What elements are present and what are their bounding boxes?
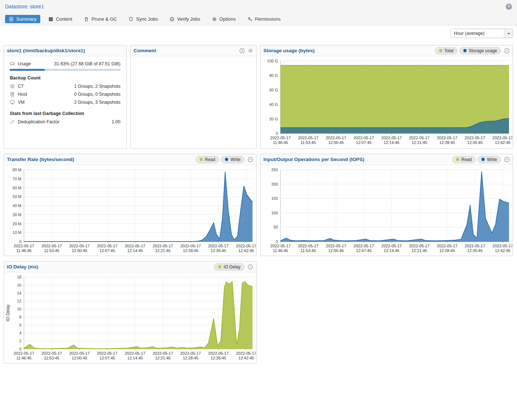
collapse-icon[interactable] [504,157,510,162]
svg-text:100 G: 100 G [267,59,278,63]
svg-text:12:35:45: 12:35:45 [211,248,226,253]
svg-text:2022-05-17: 2022-05-17 [381,136,402,140]
svg-text:2022-05-17: 2022-05-17 [14,351,34,355]
legend-read[interactable]: Read [196,156,219,163]
help-icon[interactable]: ? [506,4,512,10]
tab-summary[interactable]: Summary [5,15,40,23]
legend-dot [463,49,467,52]
svg-text:2022-05-17: 2022-05-17 [180,351,201,355]
svg-text:12:21:45: 12:21:45 [155,248,171,253]
svg-text:12:42:45: 12:42:45 [238,248,254,253]
svg-text:2022-05-17: 2022-05-17 [437,136,457,140]
svg-text:12:35:45: 12:35:45 [211,356,226,360]
svg-text:10: 10 [17,307,21,311]
svg-text:2022-05-17: 2022-05-17 [69,244,90,248]
host-row: Host 0 Groups, 0 Snapshots [10,90,120,98]
content-grid-icon [48,17,53,22]
top-bar: Datastore: store1 ? [0,0,517,13]
svg-text:2022-05-17: 2022-05-17 [492,136,512,140]
check-circle-icon [169,17,175,22]
panel-header: store1 (/mnt/backup/disk1/store1) [4,45,126,56]
tab-options[interactable]: Options [208,15,239,23]
svg-text:16: 16 [17,283,21,287]
legend-dot [218,265,221,268]
panel-header: Input/Output Operations per Second (IOPS… [260,154,513,165]
legend-io-delay[interactable]: IO Delay [214,263,245,271]
svg-text:12:42:45: 12:42:45 [238,356,254,360]
storage-usage-panel: Storage usage (bytes) Total Storage usag… [260,45,513,149]
svg-text:12:28:45: 12:28:45 [439,140,455,145]
svg-text:50 M: 50 M [13,194,21,199]
collapse-icon[interactable] [247,264,253,270]
svg-text:2022-05-17: 2022-05-17 [153,244,173,248]
svg-text:60 M: 60 M [13,186,21,190]
tab-sync-jobs[interactable]: Sync Jobs [125,15,161,23]
collapse-icon[interactable] [247,157,253,162]
svg-text:10 M: 10 M [13,230,21,235]
legend-dot [439,49,442,52]
svg-text:0: 0 [19,347,21,351]
svg-text:2: 2 [19,339,21,343]
ct-row: CT 1 Groups, 2 Snapshots [10,82,120,90]
dedup-magic-icon [10,119,15,124]
svg-text:12:35:45: 12:35:45 [467,140,483,145]
usage-icon [10,61,15,66]
usage-progress-fill [10,69,45,71]
svg-text:2022-05-17: 2022-05-17 [180,244,201,248]
svg-text:2022-05-17: 2022-05-17 [97,244,118,248]
svg-text:12:21:45: 12:21:45 [411,248,427,253]
io-delay-panel: IO Delay (ms) IO Delay 02468101214161820… [4,261,257,363]
svg-text:80 G: 80 G [269,73,278,78]
legend-write[interactable]: Write [221,156,245,163]
chart-legend: IO Delay [214,263,245,271]
legend-read[interactable]: Read [452,156,476,163]
usage-label: Usage [18,61,31,66]
timeframe-select[interactable]: Hour (average) [451,29,513,38]
svg-text:11:46:45: 11:46:45 [16,248,32,253]
legend-storage-usage[interactable]: Storage usage [459,47,501,54]
svg-text:70 M: 70 M [13,177,21,181]
legend-total[interactable]: Total [435,47,457,54]
svg-text:11:46:45: 11:46:45 [273,140,288,145]
panel-title: Storage usage (bytes) [263,48,315,53]
backup-count-title: Backup Count [10,75,120,81]
svg-text:12:42:45: 12:42:45 [495,140,510,145]
svg-text:2022-05-17: 2022-05-17 [437,244,457,248]
chevron-down-icon[interactable] [504,29,513,38]
svg-text:2022-05-17: 2022-05-17 [409,244,430,248]
legend-dot [225,158,228,161]
tab-label: Verify Jobs [177,16,200,22]
tab-verify-jobs[interactable]: Verify Jobs [166,15,204,23]
tab-label: Sync Jobs [136,16,158,22]
svg-text:2022-05-17: 2022-05-17 [236,351,256,355]
svg-text:11:53:45: 11:53:45 [301,248,316,253]
storage-usage-chart: 020 G40 G60 G80 G100 G2022-05-1711:46:45… [261,57,512,147]
collapse-icon[interactable] [504,48,510,54]
legend-write[interactable]: Write [477,156,501,163]
svg-text:14: 14 [17,291,21,295]
datastore-tabbar: Summary Content Prune & GC Sync Jobs [0,13,517,25]
chevron-right-circle-icon[interactable] [239,48,245,54]
svg-text:2022-05-17: 2022-05-17 [208,351,229,355]
tab-label: Options [219,16,236,22]
panel-header: Transfer Rate (bytes/second) Read Write [4,154,256,165]
svg-text:12:00:45: 12:00:45 [328,140,344,145]
gear-icon[interactable] [248,48,253,53]
svg-text:2022-05-17: 2022-05-17 [125,244,145,248]
vm-row: VM 2 Groups, 3 Snapshots [10,98,120,106]
svg-text:30 M: 30 M [13,213,21,217]
svg-text:12:42:45: 12:42:45 [495,248,510,253]
tab-prune-gc[interactable]: Prune & GC [80,15,120,23]
svg-text:12:00:45: 12:00:45 [72,248,87,253]
svg-text:50: 50 [274,225,278,229]
transfer-rate-chart: 010 M20 M30 M40 M50 M60 M70 M80 M2022-05… [4,165,256,255]
svg-text:11:53:45: 11:53:45 [44,248,60,253]
tab-content[interactable]: Content [45,15,76,23]
host-label: Host [18,92,27,97]
svg-text:2022-05-17: 2022-05-17 [492,244,512,248]
tab-permissions[interactable]: Permissions [244,15,284,23]
svg-text:12:07:45: 12:07:45 [356,248,372,253]
svg-text:IO Delay: IO Delay [5,305,11,322]
svg-text:12:28:45: 12:28:45 [183,356,198,360]
panel-title: Transfer Rate (bytes/second) [7,157,74,162]
